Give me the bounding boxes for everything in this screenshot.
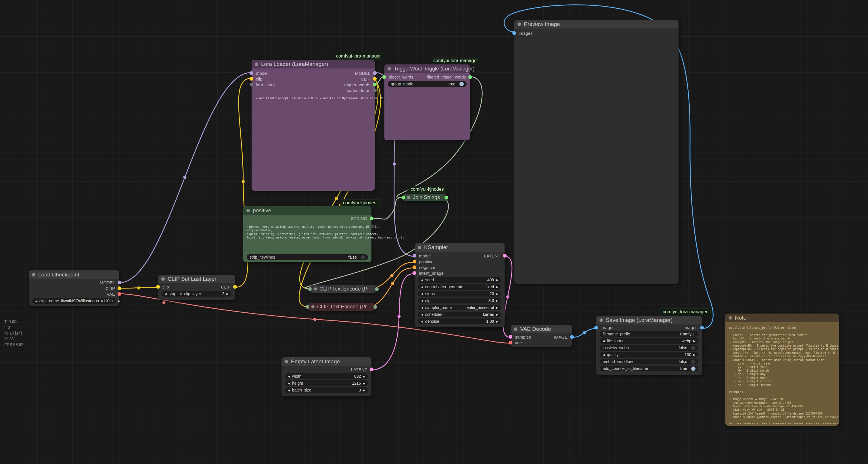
widget-scheduler[interactable]: ◀schedulerkarras▶ (418, 312, 501, 317)
decrement-arrow-icon[interactable]: ◀ (288, 382, 290, 385)
increment-arrow-icon[interactable]: ▶ (496, 292, 498, 295)
widget-embed_workflow[interactable]: embed_workflowfalse (600, 359, 699, 365)
widget-stop_at_clip_layer[interactable]: ◀stop_at_clip_layer-2▶ (162, 291, 231, 297)
node-triggerword-toggle[interactable]: TriggerWord Toggle (LoraManager) trigger… (384, 64, 470, 140)
decrement-arrow-icon[interactable]: ◀ (421, 299, 423, 302)
decrement-arrow-icon[interactable]: ◀ (421, 279, 423, 282)
widget-seed[interactable]: ◀seed409▶ (418, 277, 501, 283)
collapse-dot-icon[interactable] (255, 62, 258, 66)
increment-arrow-icon[interactable]: ▶ (363, 382, 365, 385)
increment-arrow-icon[interactable]: ▶ (226, 292, 228, 295)
collapse-dot-icon[interactable] (314, 287, 317, 291)
increment-arrow-icon[interactable]: ▶ (118, 299, 120, 302)
widget-add_counter_to_filename[interactable]: add_counter_to_filenametrue (600, 366, 699, 371)
vae-output-port[interactable] (118, 292, 121, 296)
collapse-dot-icon[interactable] (518, 23, 521, 26)
string-input-port[interactable] (401, 196, 405, 199)
decrement-arrow-icon[interactable]: ◀ (421, 292, 423, 295)
collapse-dot-icon[interactable] (246, 209, 250, 212)
node-ksampler[interactable]: KSampler model LATENT positive negative … (414, 243, 504, 327)
increment-arrow-icon[interactable]: ▶ (496, 313, 498, 316)
latent-output-port[interactable] (370, 368, 373, 371)
toggle-knob[interactable] (460, 82, 464, 86)
increment-arrow-icon[interactable]: ▶ (363, 375, 365, 378)
increment-arrow-icon[interactable]: ▶ (363, 388, 365, 392)
collapse-dot-icon[interactable] (388, 67, 391, 70)
widget-lossless_webp[interactable]: lossless_webpfalse (600, 345, 699, 351)
node-note[interactable]: Note Available filename_prefix Pattern C… (725, 314, 839, 426)
node-header[interactable]: positive (243, 206, 371, 215)
node-header[interactable]: Lora Loader (LoraManager) (252, 60, 375, 68)
increment-arrow-icon[interactable]: ▶ (496, 285, 498, 289)
decrement-arrow-icon[interactable]: ◀ (602, 353, 605, 356)
widget-group_mode[interactable]: group_modetrue (388, 81, 467, 87)
negative-input-port[interactable] (412, 265, 416, 269)
trigger-words-output-port[interactable] (373, 83, 377, 87)
node-positive-prompt[interactable]: positive STRING highres, very detailed, … (243, 206, 371, 262)
toggle-knob[interactable] (691, 367, 695, 371)
conditioning-output-port[interactable] (373, 305, 377, 309)
model-input-port[interactable] (250, 71, 253, 75)
collapse-dot-icon[interactable] (161, 277, 165, 281)
clip-output-port[interactable] (118, 287, 121, 290)
node-header[interactable]: Preview Image (514, 20, 679, 28)
widget-batch_size[interactable]: ◀batch_size3▶ (285, 387, 368, 393)
collapse-dot-icon[interactable] (32, 273, 35, 277)
widget-width[interactable]: ◀width832▶ (285, 373, 368, 379)
node-preview-image[interactable]: Preview Image images (514, 20, 679, 284)
increment-arrow-icon[interactable]: ▶ (496, 279, 498, 282)
widget-quality[interactable]: ◀quality100▶ (600, 352, 699, 357)
image-output-port[interactable] (570, 335, 574, 339)
positive-input-port[interactable] (412, 260, 416, 263)
model-output-port[interactable] (373, 71, 377, 75)
collapse-dot-icon[interactable] (514, 327, 517, 331)
node-header[interactable]: Load Checkpoint (29, 270, 119, 279)
widget-denoise[interactable]: ◀denoise1.00▶ (418, 318, 501, 324)
conditioning-output-port[interactable] (375, 287, 379, 291)
decrement-arrow-icon[interactable]: ◀ (288, 388, 290, 392)
node-lora-loader[interactable]: Lora Loader (LoraManager) model MODEL cl… (252, 60, 375, 191)
node-clip-text-encode-negative[interactable]: CLIP Text Encode (Pr (307, 303, 375, 311)
model-input-port[interactable] (412, 254, 416, 258)
node-empty-latent-image[interactable]: Empty Latent Image LATENT ◀width832▶◀hei… (281, 357, 371, 397)
toggle-knob[interactable] (361, 255, 365, 259)
node-vae-decode[interactable]: VAE Decode samples IMAGE vae (510, 325, 572, 347)
toggle-knob[interactable] (691, 346, 695, 350)
decrement-arrow-icon[interactable]: ◀ (602, 340, 605, 343)
widget-strip_newlines[interactable]: strip_newlinesfalse (247, 254, 368, 260)
widget-steps[interactable]: ◀steps20▶ (418, 291, 501, 297)
node-header[interactable]: Empty Latent Image (281, 357, 371, 366)
trigger-words-input-port[interactable] (382, 76, 386, 79)
collapse-dot-icon[interactable] (311, 305, 314, 308)
increment-arrow-icon[interactable]: ▶ (693, 353, 695, 356)
widget-control_after_generate[interactable]: ◀control after generatefixed▶ (418, 284, 501, 290)
widget-filename_prefix[interactable]: filename_prefixComfyUI (600, 331, 699, 337)
images-output-port[interactable] (700, 326, 704, 329)
increment-arrow-icon[interactable]: ▶ (496, 320, 498, 323)
string-output-port[interactable] (370, 216, 373, 220)
collapse-dot-icon[interactable] (728, 316, 732, 320)
widget-cfg[interactable]: ◀cfg8.0▶ (418, 298, 501, 303)
lora-stack-input-port[interactable] (250, 83, 253, 87)
clip-output-port[interactable] (373, 77, 377, 81)
node-load-checkpoint[interactable]: Load Checkpoint MODEL CLIP VAE ◀ckpt_nam… (29, 270, 119, 306)
increment-arrow-icon[interactable]: ▶ (496, 306, 498, 309)
decrement-arrow-icon[interactable]: ◀ (421, 313, 423, 316)
widget-ckpt_name[interactable]: ◀ckpt_nameil\waiNSFWIllustrious_v110.s..… (32, 298, 116, 304)
latent-image-input-port[interactable] (412, 271, 416, 275)
node-header[interactable]: KSampler (414, 243, 504, 252)
loaded-loras-output-port[interactable] (373, 89, 377, 92)
toggle-knob[interactable] (691, 359, 695, 364)
latent-output-port[interactable] (503, 254, 506, 258)
samples-input-port[interactable] (508, 335, 513, 339)
filtered-trigger-words-output-port[interactable] (468, 76, 472, 79)
note-text[interactable]: Available filename_prefix Pattern Codes … (729, 326, 838, 424)
node-save-image[interactable]: Save Image (LoraManager) images images f… (596, 316, 702, 375)
model-output-port[interactable] (118, 281, 121, 285)
node-header[interactable]: CLIP Set Last Layer (158, 275, 235, 283)
collapse-dot-icon[interactable] (407, 196, 410, 199)
clip-input-port[interactable] (250, 77, 253, 81)
positive-prompt-text[interactable]: highres, very detailed, amazing quality,… (247, 225, 406, 239)
lora-tags-text[interactable]: <lora:CreateConcept_Illustrious:0.8> <lo… (256, 97, 399, 100)
node-header[interactable]: VAE Decode (510, 325, 572, 333)
